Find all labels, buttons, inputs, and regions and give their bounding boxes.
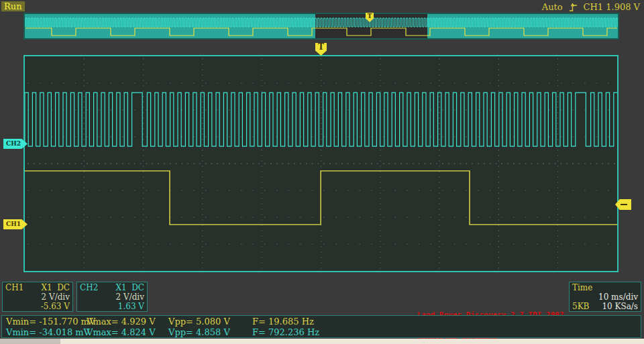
ch2-frequency: F= 792.236 Hz	[252, 327, 360, 338]
ch2-vmin: Vmin= -34.018 mV	[6, 327, 87, 338]
trigger-mode-label: Auto	[542, 2, 563, 12]
waveform-traces	[25, 56, 617, 271]
overview-waveforms	[25, 14, 618, 38]
time-panel-label: Time	[572, 283, 638, 292]
ch2-measurements-row: Vmin= -34.018 mV Vmax= 4.824 V Vpp= 4.85…	[6, 327, 637, 338]
overview-ch2-trace	[25, 18, 618, 27]
ch2-vmax: Vmax= 4.824 V	[87, 327, 168, 338]
ch2-settings-panel[interactable]: CH2 X1 DC 2 V/div 1.63 V	[76, 282, 148, 312]
overview-ch1-trace	[25, 28, 617, 36]
trigger-position-marker[interactable]: T	[315, 43, 327, 56]
ch2-panel-label: CH2	[80, 283, 98, 292]
bottom-scrollbar[interactable]	[0, 339, 644, 344]
timebase-value: 10 ms/div	[572, 292, 638, 302]
ch1-vmax: Vmax= 4.929 V	[87, 317, 168, 327]
time-settings-panel[interactable]: Time 10 ms/div 5KB 10 KSa/s	[569, 282, 641, 312]
ch1-frequency: F= 19.685 Hz	[252, 317, 360, 327]
ch1-settings-panel[interactable]: CH1 X1 DC 2 V/div -5.63 V	[2, 282, 73, 312]
trigger-level-dash-icon	[621, 204, 627, 205]
waveform-display[interactable]	[23, 55, 619, 272]
ch1-scale: 2 V/div	[5, 292, 70, 302]
sample-rate: 10 KSa/s	[602, 302, 638, 311]
ch1-vmin: Vmin= -151.770 mV	[6, 317, 87, 327]
ch2-offset: 1.63 V	[80, 302, 144, 311]
ch1-offset: -5.63 V	[5, 302, 70, 311]
ch2-vpp: Vpp= 4.858 V	[168, 327, 252, 338]
measurements-bar: Vmin= -151.770 mV Vmax= 4.929 V Vpp= 5.0…	[1, 315, 641, 338]
trigger-rising-edge-icon	[569, 3, 578, 12]
ch1-coupling: X1 DC	[41, 283, 70, 292]
scrollbar-thumb[interactable]	[0, 339, 60, 344]
ch2-scale: 2 V/div	[80, 292, 144, 302]
ch1-measurements-row: Vmin= -151.770 mV Vmax= 4.929 V Vpp= 5.0…	[6, 317, 637, 327]
ch1-vpp: Vpp= 5.080 V	[168, 317, 252, 327]
ch2-coupling: X1 DC	[115, 283, 144, 292]
trigger-source-level: CH1 1.908 V	[584, 2, 640, 12]
memory-depth: 5KB	[572, 302, 589, 311]
run-status-badge[interactable]: Run	[1, 1, 25, 11]
ch1-panel-label: CH1	[5, 283, 23, 292]
trigger-status-readout: Auto CH1 1.908 V	[542, 2, 640, 12]
ch2-trace	[25, 93, 617, 146]
ch1-trace	[25, 171, 617, 225]
record-overview-strip[interactable]	[23, 13, 619, 40]
